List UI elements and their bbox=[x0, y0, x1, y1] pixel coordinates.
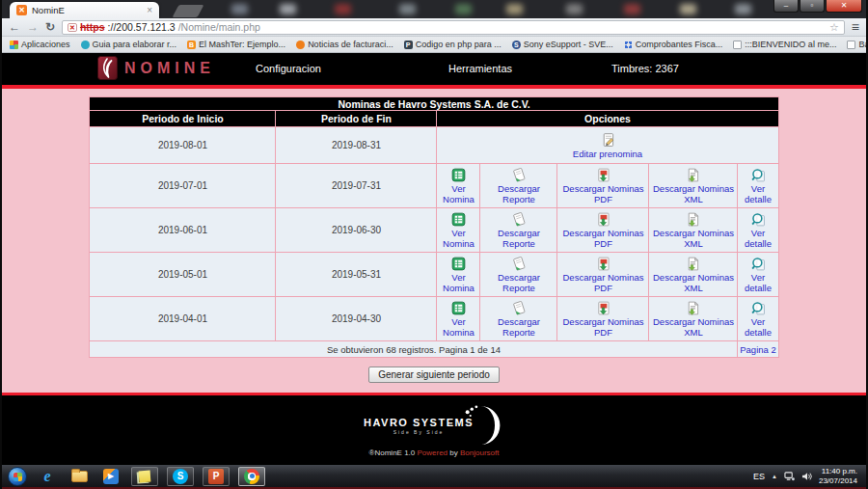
descargar-pdf-cell[interactable]: Descargar Nominas PDF bbox=[557, 297, 649, 341]
descargar-reporte-link[interactable]: Descargar Reporte bbox=[480, 184, 556, 205]
nominas-table: Nominas de Havro Systems S.A. de C.V. Pe… bbox=[89, 96, 778, 358]
ver-detalle-cell[interactable]: Ver detalle bbox=[738, 164, 778, 208]
bookmark-item[interactable]: BEl MashTer: Ejemplo... bbox=[187, 40, 285, 49]
table-title: Nominas de Havro Systems S.A. de C.V. bbox=[90, 97, 778, 111]
folder-icon bbox=[71, 471, 88, 482]
bookmark-label: Back Up Systems VI... bbox=[858, 40, 868, 49]
forward-icon[interactable]: → bbox=[27, 21, 39, 33]
blurred-desktop-icon bbox=[280, 4, 296, 14]
ver-nomina-link[interactable]: Ver Nomina bbox=[437, 184, 479, 205]
credit-text: by bbox=[448, 448, 460, 457]
descargar-xml-cell[interactable]: Descargar Nominas XML bbox=[649, 253, 738, 297]
periodo-inicio-cell: 2019-06-01 bbox=[90, 208, 276, 253]
close-button[interactable]: ✕ bbox=[826, 0, 862, 13]
bookmark-apps[interactable]: Aplicaciones bbox=[10, 40, 70, 49]
next-page-cell[interactable]: Pagina 2 bbox=[738, 341, 778, 358]
bookmark-item[interactable]: Comprobantes Fisca... bbox=[624, 40, 723, 49]
ver-detalle-link[interactable]: Ver detalle bbox=[738, 184, 777, 205]
address-bar[interactable]: ✕ https ://200.57.121.3 /Nomine/main.php… bbox=[62, 20, 845, 35]
descargar-pdf-link[interactable]: Descargar Nominas PDF bbox=[557, 317, 648, 339]
chrome-menu-icon[interactable]: ≡ bbox=[852, 20, 859, 34]
bookmark-item[interactable]: PCodigo en php para ... bbox=[404, 40, 502, 49]
bookmark-star-icon[interactable]: ☆ bbox=[829, 22, 839, 33]
table-row: 2019-05-01 2019-05-31 Ver Nomina Descarg… bbox=[90, 253, 778, 297]
descargar-pdf-cell[interactable]: Descargar Nominas PDF bbox=[557, 164, 649, 208]
start-button[interactable] bbox=[8, 467, 27, 486]
language-indicator[interactable]: ES bbox=[753, 472, 765, 481]
descargar-pdf-cell[interactable]: Descargar Nominas PDF bbox=[557, 253, 649, 297]
url-path: /Nomine/main.php bbox=[178, 21, 260, 33]
descargar-xml-cell[interactable]: Descargar Nominas XML bbox=[649, 297, 738, 341]
skype-icon: S bbox=[173, 469, 188, 484]
ver-detalle-link[interactable]: Ver detalle bbox=[738, 229, 777, 250]
sticky-notes-button[interactable] bbox=[131, 467, 158, 486]
hidden-icons-arrow[interactable]: ▲ bbox=[772, 474, 777, 479]
descargar-xml-cell[interactable]: Descargar Nominas XML bbox=[649, 164, 738, 208]
url-host: ://200.57.121.3 bbox=[108, 21, 176, 33]
descargar-reporte-link[interactable]: Descargar Reporte bbox=[480, 317, 556, 339]
network-icon[interactable] bbox=[784, 472, 795, 481]
descargar-xml-link[interactable]: Descargar Nominas XML bbox=[649, 317, 737, 339]
generar-siguiente-periodo-button[interactable]: Generar siguiente periodo bbox=[368, 367, 500, 383]
descargar-pdf-link[interactable]: Descargar Nominas PDF bbox=[557, 184, 648, 205]
clock[interactable]: 11:40 p.m. 23/07/2014 bbox=[819, 467, 860, 486]
spreadsheet-icon bbox=[450, 211, 467, 228]
editar-prenomina-link[interactable]: Editar prenomina bbox=[437, 149, 777, 160]
menu-configuracion[interactable]: Configuracion bbox=[256, 63, 321, 74]
bookmark-item[interactable]: Noticias de facturaci... bbox=[296, 40, 393, 49]
bookmark-item[interactable]: SSony eSupport - SVE... bbox=[512, 40, 613, 49]
ver-nomina-link[interactable]: Ver Nomina bbox=[437, 273, 479, 294]
reload-icon[interactable]: ↻ bbox=[45, 21, 55, 33]
footer-credit: ®NominE 1.0 Powered by Bonjoursoft bbox=[2, 448, 866, 457]
chrome-button[interactable] bbox=[238, 467, 265, 486]
pdf-download-icon bbox=[595, 211, 611, 228]
ver-detalle-cell[interactable]: Ver detalle bbox=[738, 208, 778, 253]
pdf-download-icon bbox=[595, 300, 611, 316]
media-player-button[interactable]: ▶ bbox=[99, 469, 122, 484]
descargar-xml-link[interactable]: Descargar Nominas XML bbox=[649, 229, 737, 250]
descargar-xml-cell[interactable]: Descargar Nominas XML bbox=[649, 208, 738, 253]
ver-nomina-cell[interactable]: Ver Nomina bbox=[437, 297, 480, 341]
volume-icon[interactable] bbox=[801, 472, 812, 481]
maximize-button[interactable]: ▫ bbox=[800, 0, 825, 13]
descargar-reporte-link[interactable]: Descargar Reporte bbox=[480, 273, 556, 294]
report-document-icon bbox=[510, 300, 527, 316]
ver-nomina-cell[interactable]: Ver Nomina bbox=[437, 164, 480, 208]
bookmark-item[interactable]: Back Up Systems VI... bbox=[847, 40, 868, 49]
tab-close-icon[interactable]: × bbox=[147, 6, 152, 15]
spreadsheet-icon bbox=[450, 256, 467, 272]
minimize-button[interactable]: – bbox=[773, 0, 799, 13]
ver-nomina-link[interactable]: Ver Nomina bbox=[437, 229, 479, 250]
menu-herramientas[interactable]: Herramientas bbox=[448, 63, 512, 74]
descargar-reporte-cell[interactable]: Descargar Reporte bbox=[480, 164, 557, 208]
descargar-pdf-link[interactable]: Descargar Nominas PDF bbox=[557, 229, 648, 250]
bookmark-item[interactable]: Guia para elaborar r... bbox=[81, 40, 177, 49]
browser-tab[interactable]: ✕ NominE × bbox=[10, 2, 159, 18]
pagina-2-link[interactable]: Pagina 2 bbox=[740, 344, 776, 355]
descargar-xml-link[interactable]: Descargar Nominas XML bbox=[649, 184, 737, 205]
new-tab-button[interactable] bbox=[173, 5, 204, 17]
ver-detalle-cell[interactable]: Ver detalle bbox=[738, 297, 778, 341]
ver-nomina-link[interactable]: Ver Nomina bbox=[437, 317, 479, 339]
descargar-reporte-cell[interactable]: Descargar Reporte bbox=[480, 208, 557, 253]
skype-button[interactable]: S bbox=[167, 467, 194, 486]
ver-detalle-cell[interactable]: Ver detalle bbox=[738, 253, 778, 297]
descargar-pdf-cell[interactable]: Descargar Nominas PDF bbox=[557, 208, 649, 253]
bookmark-item[interactable]: :::BIENVENIDO al me... bbox=[733, 40, 836, 49]
ver-nomina-cell[interactable]: Ver Nomina bbox=[437, 253, 480, 297]
windows-taskbar: e ▶ S P ES ▲ 11:40 p.m. 23/07/2014 bbox=[2, 464, 866, 487]
back-icon[interactable]: ← bbox=[9, 21, 20, 33]
descargar-pdf-link[interactable]: Descargar Nominas PDF bbox=[557, 273, 648, 294]
descargar-reporte-link[interactable]: Descargar Reporte bbox=[480, 229, 556, 250]
descargar-reporte-cell[interactable]: Descargar Reporte bbox=[480, 297, 557, 341]
editar-prenomina-cell[interactable]: Editar prenomina bbox=[437, 127, 778, 164]
ver-detalle-link[interactable]: Ver detalle bbox=[738, 273, 777, 294]
internet-explorer-button[interactable]: e bbox=[36, 468, 59, 485]
file-explorer-button[interactable] bbox=[68, 471, 91, 482]
ver-nomina-cell[interactable]: Ver Nomina bbox=[437, 208, 480, 253]
ver-detalle-link[interactable]: Ver detalle bbox=[738, 317, 777, 339]
powerpoint-button[interactable]: P bbox=[203, 467, 230, 486]
descargar-xml-link[interactable]: Descargar Nominas XML bbox=[649, 273, 737, 294]
xml-download-icon bbox=[685, 167, 701, 183]
descargar-reporte-cell[interactable]: Descargar Reporte bbox=[480, 253, 557, 297]
